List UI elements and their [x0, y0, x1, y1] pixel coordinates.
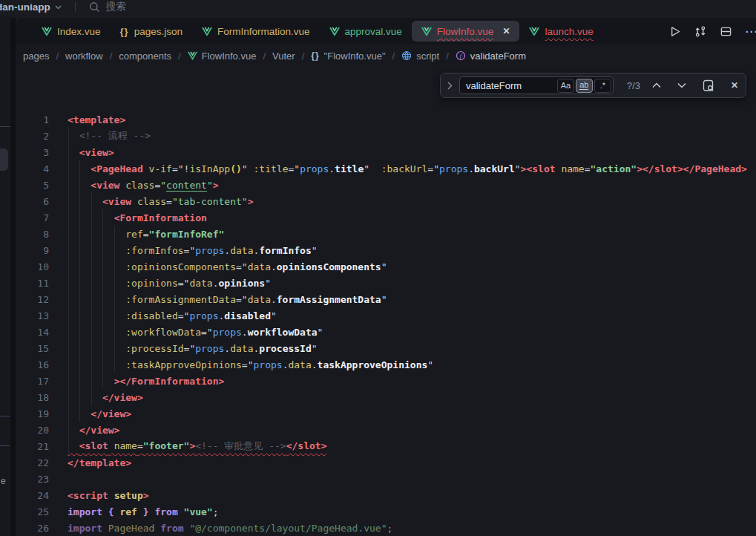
tab-flowinfo-vue[interactable]: FlowInfo.vue✕	[412, 21, 520, 42]
breadcrumb-item[interactable]: pages	[23, 50, 49, 62]
code-line[interactable]: 15 :processId="props.data.processId"	[16, 340, 756, 356]
code-line-content: <slot name="footer"><!-- 审批意见 --></slot>	[68, 439, 326, 453]
breadcrumb-item[interactable]: FlowInfo.vue	[188, 50, 257, 62]
breadcrumb-item[interactable]: components	[119, 50, 171, 62]
code-token	[143, 163, 149, 174]
global-search[interactable]: 搜索	[89, 0, 126, 13]
more-actions-icon[interactable]: ⋯	[745, 24, 756, 39]
whole-word-toggle[interactable]: ab	[576, 79, 593, 93]
code-line[interactable]: 17 ></FormInformation>	[16, 373, 756, 389]
code-token: data	[230, 245, 253, 256]
tab-close-icon[interactable]: ✕	[502, 26, 510, 36]
code-token: .	[271, 261, 277, 272]
code-line[interactable]: 11 :opinions="data.opinions"	[16, 275, 756, 291]
code-line[interactable]: 18 </view>	[16, 389, 756, 405]
code-token	[68, 343, 125, 354]
vue-icon	[529, 27, 539, 36]
code-token: ></slot></PageHead>	[637, 163, 747, 174]
breadcrumb-item[interactable]: workflow	[65, 50, 103, 62]
find-widget: validateForm Aa ab .* ?/3 ✕	[440, 73, 746, 98]
line-number: 18	[16, 392, 49, 403]
code-line[interactable]: 9 :formInfos="props.data.formInfos"	[16, 242, 756, 258]
regex-toggle[interactable]: .*	[594, 79, 611, 93]
code-token: =	[585, 163, 591, 174]
code-line-content: :taskApproveOpinions="props.data.taskApp…	[68, 359, 433, 370]
split-editor-icon[interactable]	[720, 25, 732, 38]
code-token: taskApproveOpinions	[318, 359, 428, 370]
editor-card: pages/workflow/components/FlowInfo.vue/V…	[16, 45, 756, 536]
code-line[interactable]: 6 <view class="tab-content">	[16, 193, 756, 209]
breadcrumb-label: validateForm	[470, 50, 526, 62]
tab-approval-vue[interactable]: approval.vue	[320, 21, 412, 42]
code-token: :disabled	[125, 310, 177, 321]
code-line[interactable]: 5 <view class="content">	[16, 177, 756, 193]
code-token	[68, 310, 125, 321]
vue-icon	[329, 27, 340, 36]
code-line[interactable]: 1<template>	[16, 111, 756, 128]
code-line[interactable]: 7 <FormInformation	[16, 209, 756, 226]
tab-launch-vue[interactable]: launch.vue	[519, 21, 602, 42]
titlebar-divider	[75, 2, 76, 12]
code-token: .	[242, 327, 248, 338]
match-case-toggle[interactable]: Aa	[557, 79, 574, 93]
code-line[interactable]: 4 <PageHead v-if="!isInApp()" :title="pr…	[16, 160, 756, 177]
code-line[interactable]: 21 <slot name="footer"><!-- 审批意见 --></sl…	[16, 438, 756, 454]
code-token	[68, 180, 91, 191]
json-icon: {}	[120, 26, 129, 37]
code-line-content: </view>	[68, 408, 131, 419]
code-line[interactable]: 12 :formAssignmentData="data.formAssignm…	[16, 291, 756, 307]
breadcrumb-item[interactable]: fvalidateForm	[456, 50, 526, 62]
code-line[interactable]: 22</template>	[16, 454, 756, 471]
code-line[interactable]: 13 :disabled="props.disabled"	[16, 307, 756, 324]
line-number: 15	[16, 343, 49, 354]
code-line[interactable]: 14 :workflowData="props.workflowData"	[16, 324, 756, 340]
code-token: </view>	[91, 408, 131, 419]
code-line[interactable]: 25import { ref } from "vue";	[16, 503, 756, 520]
find-close-icon[interactable]: ✕	[731, 80, 738, 91]
code-line[interactable]: 24<script setup>	[16, 487, 756, 503]
code-line[interactable]: 19 </view>	[16, 405, 756, 422]
code-line-content: :opinionsComponents="data.opinionsCompon…	[68, 261, 387, 272]
find-in-selection-icon[interactable]	[703, 79, 714, 92]
code-token	[108, 440, 114, 451]
code-line[interactable]: 23	[16, 471, 756, 487]
breadcrumb-label: script	[416, 50, 439, 62]
tab-label: launch.vue	[545, 26, 593, 37]
tab-pages-json[interactable]: {}pages.json	[111, 21, 192, 42]
find-next-icon[interactable]	[677, 82, 686, 88]
collapsed-panel-handle[interactable]	[0, 148, 8, 171]
code-token: "formInfoRef"	[149, 229, 225, 240]
breadcrumb-item[interactable]: Vuter	[272, 50, 295, 62]
tab-forminformation-vue[interactable]: FormInformation.vue	[192, 21, 320, 42]
panel-seam	[10, 18, 16, 536]
code-line[interactable]: 2 <!-- 流程 -->	[16, 128, 756, 144]
breadcrumb-label: Vuter	[272, 50, 295, 62]
find-input[interactable]: validateForm Aa ab .*	[459, 76, 614, 94]
breadcrumb-item[interactable]: script	[401, 50, 439, 62]
breadcrumb-item[interactable]: {}"FlowInfo.vue"	[311, 50, 385, 62]
tab-label: approval.vue	[345, 26, 402, 37]
run-icon[interactable]	[668, 25, 681, 38]
project-selector[interactable]: dan-uniapp	[0, 1, 62, 13]
code-token: ref	[119, 506, 137, 517]
line-number: 23	[16, 474, 49, 485]
code-line[interactable]: 8 ref="formInfoRef"	[16, 226, 756, 242]
code-token: <FormInformation	[114, 212, 207, 223]
code-token: >	[213, 180, 219, 191]
code-token: </template>	[68, 457, 131, 468]
code-line[interactable]: 26import PageHead from "@/components/lay…	[16, 520, 756, 536]
code-line[interactable]: 3 <view>	[16, 144, 756, 160]
code-token: ="	[201, 327, 213, 338]
tab-index-vue[interactable]: Index.vue	[32, 21, 111, 42]
code-token	[68, 163, 91, 174]
code-line-content: </template>	[68, 457, 131, 468]
code-token: ="	[427, 163, 439, 174]
find-previous-icon[interactable]	[652, 82, 661, 88]
code-line[interactable]: 10 :opinionsComponents="data.opinionsCom…	[16, 258, 756, 275]
code-line[interactable]: 20 </view>	[16, 422, 756, 438]
code-line[interactable]: 16 :taskApproveOpinions="props.data.task…	[16, 356, 756, 373]
code-token: ref	[125, 229, 142, 240]
compare-changes-icon[interactable]	[694, 25, 707, 38]
find-expander-chevron-icon[interactable]	[447, 82, 453, 90]
code-token: >	[248, 196, 254, 207]
